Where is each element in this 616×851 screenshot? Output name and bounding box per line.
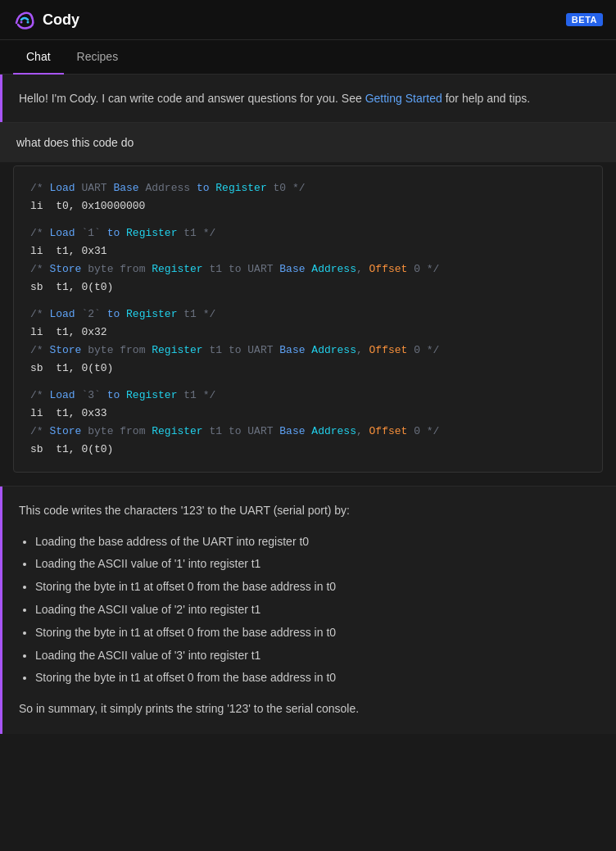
code-line-7: /* Load `2` to Register t1 */: [30, 306, 586, 324]
welcome-text-before: Hello! I'm Cody. I can write code and an…: [19, 92, 365, 105]
code-line-8: li t1, 0x32: [30, 324, 586, 342]
tab-chat[interactable]: Chat: [13, 40, 64, 75]
ai-summary: So in summary, it simply prints the stri…: [19, 699, 600, 719]
code-line-5: /* Store byte from Register t1 to UART B…: [30, 260, 586, 278]
code-block: /* Load UART Base Address to Register t0…: [13, 165, 603, 472]
user-message-text: what does this code do: [16, 136, 134, 149]
ai-bullets-list: Loading the base address of the UART int…: [35, 532, 600, 689]
code-line-6: sb t1, 0(t0): [30, 278, 586, 296]
ai-response: This code writes the characters '123' to…: [0, 487, 616, 734]
list-item: Storing the byte in t1 at offset 0 from …: [35, 623, 600, 643]
logo-text: Cody: [43, 11, 79, 29]
code-blank-3: [30, 378, 586, 386]
code-line-11: /* Load `3` to Register t1 */: [30, 387, 586, 405]
code-line-1: /* Load UART Base Address to Register t0…: [30, 179, 586, 197]
beta-badge: BETA: [566, 13, 603, 26]
code-line-9: /* Store byte from Register t1 to UART B…: [30, 342, 586, 360]
code-line-13: /* Store byte from Register t1 to UART B…: [30, 423, 586, 441]
code-line-3: /* Load `1` to Register t1 */: [30, 224, 586, 242]
tabs-bar: Chat Recipes: [0, 40, 616, 75]
code-line-4: li t1, 0x31: [30, 242, 586, 260]
list-item: Loading the ASCII value of '3' into regi…: [35, 646, 600, 666]
list-item: Loading the ASCII value of '2' into regi…: [35, 600, 600, 620]
header: Cody BETA: [0, 0, 616, 40]
code-line-2: li t0, 0x10000000: [30, 197, 586, 215]
getting-started-link[interactable]: Getting Started: [365, 92, 442, 105]
list-item: Storing the byte in t1 at offset 0 from …: [35, 668, 600, 688]
code-line-14: sb t1, 0(t0): [30, 441, 586, 459]
list-item: Loading the base address of the UART int…: [35, 532, 600, 552]
svg-point-1: [27, 21, 29, 24]
cody-logo-icon: [13, 8, 36, 31]
code-line-10: sb t1, 0(t0): [30, 360, 586, 378]
code-blank-2: [30, 296, 586, 305]
ai-intro: This code writes the characters '123' to…: [19, 501, 600, 521]
user-message: what does this code do: [0, 123, 616, 162]
tab-recipes[interactable]: Recipes: [64, 40, 132, 75]
list-item: Loading the ASCII value of '1' into regi…: [35, 555, 600, 574]
welcome-text-after: for help and tips.: [442, 92, 530, 105]
logo-area: Cody: [13, 8, 79, 31]
code-blank-1: [30, 216, 586, 224]
svg-point-0: [20, 21, 23, 24]
code-line-12: li t1, 0x33: [30, 405, 586, 423]
welcome-banner: Hello! I'm Cody. I can write code and an…: [0, 75, 616, 122]
list-item: Storing the byte in t1 at offset 0 from …: [35, 577, 600, 597]
